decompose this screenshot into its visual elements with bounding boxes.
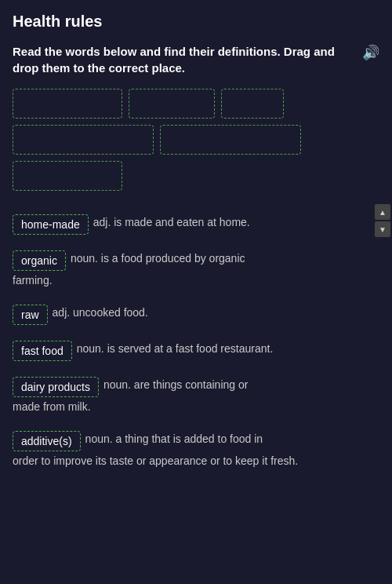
drop-zone-4[interactable] [13, 125, 154, 155]
vocab-tag-dairy-products[interactable]: dairy products [13, 377, 99, 397]
vocab-item-additives: additive(s) noun. a thing that is added … [13, 423, 379, 477]
vocab-definition-dairy-start: noun. are things containing or [103, 377, 379, 393]
vocab-tag-organic[interactable]: organic [13, 250, 66, 271]
vocab-definition-additives-start: noun. a thing that is added to food in [85, 431, 379, 447]
vocab-item-dairy-products: dairy products noun. are things containi… [13, 369, 379, 423]
drop-zone-6[interactable] [13, 161, 122, 191]
drop-row-1 [13, 89, 379, 119]
vocab-definition-additives-end: order to improve its taste or appearance… [13, 453, 379, 469]
vocab-item-organic: organic noun. is a food produced by orga… [13, 243, 379, 297]
vocab-definition-home-made: adj. is made and eaten at home. [93, 214, 379, 231]
drop-zone-5[interactable] [160, 125, 301, 155]
drop-zone-3[interactable] [221, 89, 284, 119]
vocab-tag-raw[interactable]: raw [13, 305, 48, 325]
drop-row-3 [13, 161, 379, 191]
instruction-text: Read the words below and find their defi… [13, 43, 356, 76]
drop-zone-2[interactable] [129, 89, 215, 119]
drop-row-2 [13, 125, 379, 155]
page-container: Health rules Read the words below and fi… [0, 0, 392, 490]
scroll-up-button[interactable]: ▲ [375, 204, 390, 220]
vocab-item-home-made: home-made adj. is made and eaten at home… [13, 206, 379, 243]
vocab-item-raw: raw adj. uncooked food. [13, 297, 379, 333]
vocab-definition-organic-end: farming. [13, 272, 379, 289]
vocab-definition-raw: adj. uncooked food. [53, 305, 379, 321]
drop-zone-1[interactable] [13, 89, 122, 119]
vocab-list: home-made adj. is made and eaten at home… [13, 206, 379, 477]
vocab-definition-dairy-end: made from milk. [13, 399, 379, 415]
drop-zones-area [13, 89, 379, 191]
vocab-item-fast-food: fast food noun. is served at a fast food… [13, 333, 379, 369]
speaker-icon[interactable]: 🔊 [362, 43, 379, 63]
vocab-definition-organic-start: noun. is a food produced by organic [71, 250, 379, 267]
vocab-tag-additives[interactable]: additive(s) [13, 431, 81, 451]
vocab-tag-home-made[interactable]: home-made [13, 214, 89, 235]
instruction-area: Read the words below and find their defi… [13, 43, 379, 76]
vocab-tag-fast-food[interactable]: fast food [13, 341, 72, 361]
page-title: Health rules [13, 13, 379, 31]
vocab-definition-fast-food: noun. is served at a fast food restauran… [77, 341, 379, 357]
scrollbar: ▲ ▼ [375, 204, 390, 237]
scroll-down-button[interactable]: ▼ [375, 221, 390, 237]
